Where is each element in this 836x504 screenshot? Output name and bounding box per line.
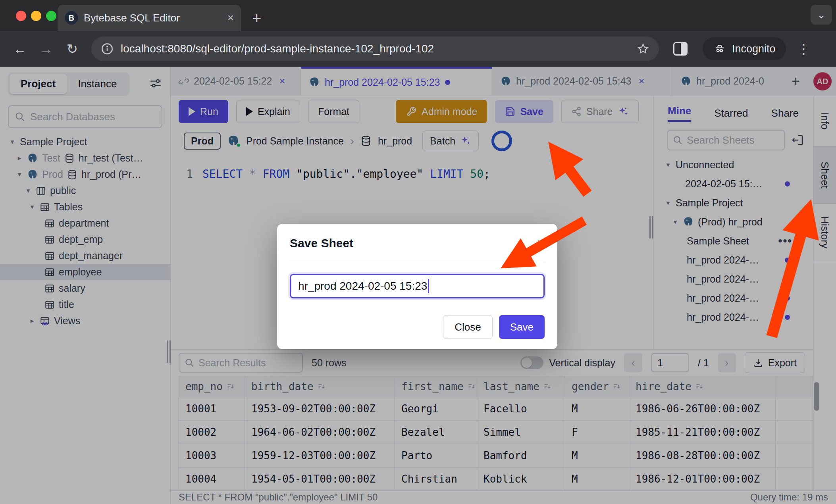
bookmark-star-icon[interactable]: [637, 42, 649, 55]
browser-chrome: B Bytebase SQL Editor × + ⌄ ← → ↻ localh…: [0, 0, 836, 67]
side-panel-icon[interactable]: [673, 42, 688, 56]
close-window-button[interactable]: [16, 11, 26, 21]
tab-search-button[interactable]: ⌄: [811, 5, 832, 25]
sheet-name-input[interactable]: hr_prod 2024-02-05 15:23: [290, 274, 545, 298]
bytebase-favicon-icon: B: [65, 11, 78, 25]
site-info-icon[interactable]: [101, 42, 114, 55]
browser-tab-title: Bytebase SQL Editor: [84, 12, 222, 24]
browser-tabstrip: B Bytebase SQL Editor × + ⌄: [0, 0, 836, 31]
save-label: Save: [510, 321, 534, 333]
dialog-title: Save Sheet: [290, 237, 353, 250]
browser-navbar: ← → ↻ localhost:8080/sql-editor/prod-sam…: [0, 31, 836, 67]
address-bar[interactable]: localhost:8080/sql-editor/prod-sample-in…: [91, 37, 659, 61]
dialog-save-button[interactable]: Save: [499, 315, 545, 339]
window-controls: [16, 11, 56, 21]
dialog-close-button[interactable]: Close: [443, 315, 492, 339]
incognito-label: Incognito: [732, 43, 776, 55]
sheet-name-value: hr_prod 2024-02-05 15:23: [298, 280, 427, 292]
reload-icon[interactable]: ↻: [61, 41, 83, 57]
close-label: Close: [455, 321, 481, 333]
minimize-window-button[interactable]: [31, 11, 41, 21]
forward-icon[interactable]: →: [35, 41, 57, 57]
close-dialog-icon[interactable]: ×: [537, 236, 545, 250]
browser-tab[interactable]: B Bytebase SQL Editor ×: [58, 5, 241, 31]
url-text[interactable]: localhost:8080/sql-editor/prod-sample-in…: [121, 42, 630, 55]
incognito-badge: Incognito: [703, 37, 786, 60]
close-tab-icon[interactable]: ×: [227, 12, 234, 24]
save-sheet-dialog: Save Sheet × hr_prod 2024-02-05 15:23 Cl…: [277, 224, 557, 349]
browser-menu-icon[interactable]: ⋮: [797, 41, 811, 57]
maximize-window-button[interactable]: [46, 11, 56, 21]
screen: B Bytebase SQL Editor × + ⌄ ← → ↻ localh…: [0, 0, 836, 504]
new-tab-button[interactable]: +: [252, 10, 261, 26]
text-cursor: [428, 279, 429, 293]
back-icon[interactable]: ←: [9, 41, 31, 57]
dialog-divider: [289, 261, 545, 261]
